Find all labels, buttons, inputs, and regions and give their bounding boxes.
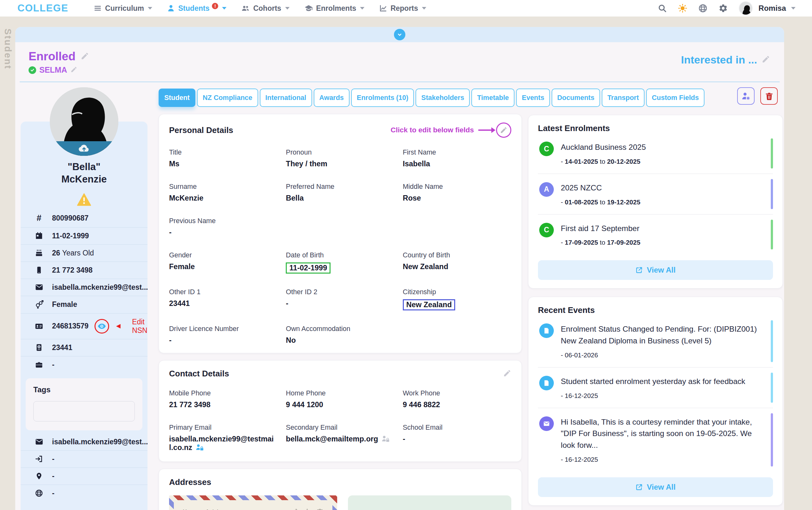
- tab-events[interactable]: Events: [516, 89, 550, 107]
- student-photo[interactable]: [50, 87, 118, 156]
- external-link-icon: [635, 483, 643, 491]
- chevron-down-icon: [360, 7, 364, 9]
- user-name[interactable]: Romisa: [758, 4, 786, 13]
- student-name: "Bella" McKenzie: [21, 161, 148, 186]
- field-other-id-1: Other ID 123441: [169, 288, 277, 310]
- edit-status-pencil-icon[interactable]: [81, 52, 89, 62]
- tab-enrolments[interactable]: Enrolments (10): [351, 89, 414, 107]
- row-nsn: 246813579 Edit NSN: [21, 313, 148, 339]
- view-nsn-eye-icon[interactable]: [97, 321, 107, 331]
- field-mobile-phone: Mobile Phone21 772 3498: [169, 389, 277, 409]
- chevron-down-icon: [422, 7, 426, 9]
- tags-input[interactable]: [33, 401, 135, 421]
- search-icon[interactable]: [658, 3, 667, 13]
- privacy-person-lock-icon[interactable]: [381, 435, 390, 445]
- row-email: isabella.mckenzie99@test...: [21, 279, 148, 296]
- field-home-phone: Home Phone9 444 1200: [286, 389, 394, 409]
- personal-details-card: Personal Details Click to edit below fie…: [159, 114, 522, 353]
- top-banner: [15, 27, 784, 42]
- field-preferred-name: Preferred NameBella: [286, 183, 394, 202]
- enrolment-item[interactable]: C Auckland Business 2025 - 14-01-2025 to…: [538, 133, 773, 174]
- edit-address-pencil-icon[interactable]: [291, 508, 298, 510]
- menu-reports[interactable]: Reports: [379, 4, 426, 13]
- birthday-cake-icon: [35, 249, 43, 257]
- page-vertical-label: Student: [3, 29, 13, 69]
- manage-student-button[interactable]: [737, 87, 755, 105]
- menu-enrolments[interactable]: Enrolments: [304, 4, 365, 13]
- enrolment-item[interactable]: A 2025 NZCC - 01-08-2025 to 19-12-2025: [538, 174, 773, 214]
- edit-contact-pencil-icon[interactable]: [503, 369, 511, 378]
- tab-nz-compliance[interactable]: NZ Compliance: [197, 89, 258, 107]
- theme-sun-icon[interactable]: [678, 3, 687, 13]
- edit-interested-pencil-icon[interactable]: [761, 54, 770, 66]
- field-first-name: First NameIsabella: [403, 148, 511, 168]
- tab-transport[interactable]: Transport: [602, 89, 644, 107]
- envelope-icon: [35, 283, 43, 291]
- favourite-star-icon[interactable]: [303, 508, 311, 510]
- row-mobile: 21 772 3498: [21, 261, 148, 279]
- tags-box: Tags: [26, 378, 143, 430]
- hash-icon: #: [35, 213, 43, 223]
- view-all-enrolments-button[interactable]: View All: [538, 260, 773, 280]
- user-avatar[interactable]: [739, 1, 753, 15]
- language-globe-icon[interactable]: [698, 3, 708, 13]
- trash-icon: [765, 92, 774, 101]
- view-all-events-button[interactable]: View All: [538, 477, 773, 497]
- personal-details-title: Personal Details: [169, 125, 233, 135]
- event-item[interactable]: Enrolment Status Changed to Pending. For…: [538, 315, 773, 367]
- tab-student[interactable]: Student: [159, 89, 196, 107]
- edit-selma-pencil-icon[interactable]: [70, 66, 78, 74]
- gear-icon[interactable]: [718, 3, 728, 13]
- main-menu: Curriculum Students ! Cohorts Enrolments…: [94, 4, 426, 13]
- tab-documents[interactable]: Documents: [551, 89, 600, 107]
- delete-student-button[interactable]: [760, 87, 778, 105]
- field-previous-name: Previous Name-: [169, 217, 277, 237]
- latest-enrolments-card: Latest Enrolments C Auckland Business 20…: [528, 115, 783, 288]
- course-initial-badge: A: [539, 182, 554, 197]
- delete-address-trash-icon[interactable]: [316, 508, 324, 510]
- edit-personal-pencil-button[interactable]: [496, 122, 511, 138]
- row-passport: 23441: [21, 339, 148, 356]
- row-age: 26 Years Old: [21, 244, 148, 261]
- tab-awards[interactable]: Awards: [314, 89, 350, 107]
- tab-stakeholders[interactable]: Stakeholders: [416, 89, 470, 107]
- add-address-button[interactable]: + Add: [348, 495, 511, 510]
- field-school-email: School Email-: [403, 424, 511, 453]
- tab-international[interactable]: International: [260, 89, 312, 107]
- login-icon: [35, 455, 43, 463]
- tab-custom-fields[interactable]: Custom Fields: [646, 89, 704, 107]
- enrolment-item[interactable]: C First aid 17 September - 17-09-2025 to…: [538, 214, 773, 255]
- person-icon: [167, 4, 175, 12]
- event-item[interactable]: Student started enrolment yesterday ask …: [538, 367, 773, 408]
- user-chevron-down-icon[interactable]: [791, 7, 795, 9]
- field-pronoun: PronounThey / them: [286, 148, 394, 168]
- profile-tabs: Student NZ Compliance International Awar…: [159, 89, 522, 107]
- gender-icon: [35, 300, 43, 309]
- field-surname: SurnameMcKenzie: [169, 183, 277, 202]
- field-country-of-birth: Country of BirthNew Zealand: [403, 251, 511, 274]
- status-bar: [771, 179, 773, 209]
- envelope-icon: [35, 437, 43, 446]
- menu-curriculum[interactable]: Curriculum: [94, 4, 152, 13]
- menu-cohorts[interactable]: Cohorts: [241, 4, 289, 13]
- row-dob: 11-02-1999: [21, 227, 148, 244]
- collapse-banner-button[interactable]: [394, 29, 405, 40]
- tab-timetable[interactable]: Timetable: [471, 89, 514, 107]
- selma-status: SELMA: [39, 65, 67, 75]
- privacy-person-lock-icon[interactable]: [196, 443, 204, 453]
- row-last-login: -: [21, 450, 148, 468]
- students-alert-badge: !: [212, 3, 218, 9]
- check-circle-icon: [29, 66, 36, 74]
- menu-students[interactable]: Students !: [167, 4, 227, 13]
- location-pin-icon: [35, 472, 43, 480]
- annotation-red-circle: [94, 319, 109, 334]
- warning-icon[interactable]: [21, 193, 148, 206]
- status-header: Enrolled SELMA Interested in ...: [15, 42, 784, 80]
- field-date-of-birth: Date of Birth11-02-1999: [286, 251, 394, 274]
- field-own-accommodation: Own AccommodationNo: [286, 325, 394, 345]
- mobile-phone-icon: [35, 266, 43, 274]
- event-item[interactable]: Hi Isabella, This is a courtesy reminder…: [538, 408, 773, 472]
- note-icon: [539, 376, 554, 390]
- addresses-card: Addresses Home Address: [159, 469, 522, 510]
- address-type: Home Address: [183, 508, 237, 510]
